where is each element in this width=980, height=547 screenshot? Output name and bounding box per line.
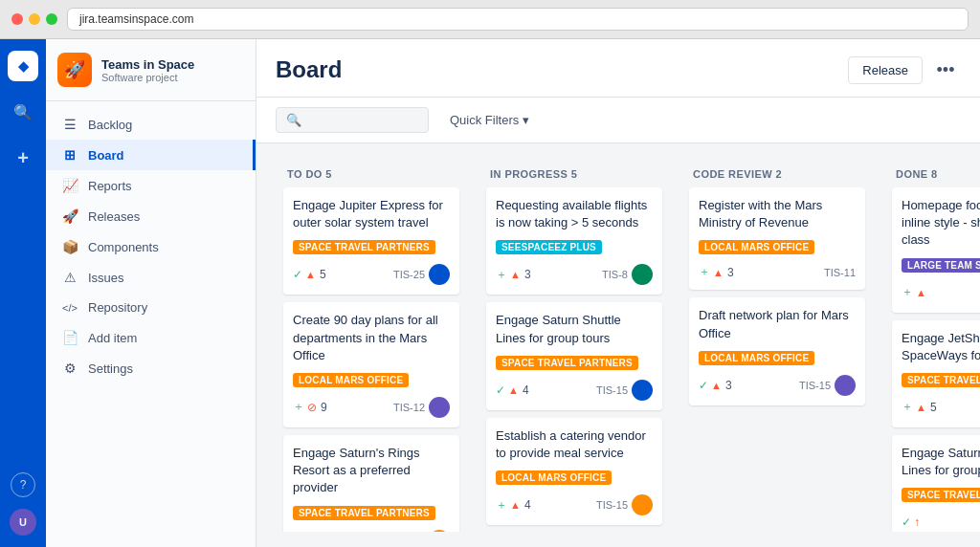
backlog-icon: ☰	[61, 117, 78, 132]
card[interactable]: Draft network plan for Mars OfficeLOCAL …	[689, 297, 865, 405]
card-title: Establish a catering vendor to provide m…	[496, 427, 653, 462]
search-icon: 🔍	[286, 113, 301, 127]
sidebar: 🚀 Teams in Space Software project ☰ Back…	[46, 39, 256, 547]
sidebar-item-label: Components	[88, 240, 159, 254]
card[interactable]: Engage Saturn's Rings Resort as a prefer…	[283, 435, 459, 532]
sidebar-item-issues[interactable]: ⚠ Issues	[46, 262, 256, 293]
card-avatar	[429, 397, 450, 418]
card-footer: ✓↑TIS-15	[902, 512, 980, 532]
check-icon: ✓	[496, 383, 505, 397]
sidebar-item-add-item[interactable]: 📄 Add item	[46, 322, 256, 353]
card-meta-right: TIS-25	[393, 264, 450, 285]
card-title: Engage Saturn Shuttle Lines for group to…	[496, 312, 653, 346]
app-logo[interactable]: ◆	[8, 51, 38, 81]
card-badge: SPACE TRAVEL PARTNERS	[496, 356, 638, 370]
card[interactable]: Create 90 day plans for all departments …	[283, 302, 459, 427]
card-badge: LOCAL MARS OFFICE	[496, 470, 612, 485]
sidebar-item-label: Settings	[88, 361, 133, 376]
card-meta-left: ✓▲4	[496, 383, 529, 397]
sidebar-item-releases[interactable]: 🚀 Releases	[46, 201, 256, 231]
minimize-button[interactable]	[29, 13, 40, 25]
priority-high-icon: ▲	[711, 380, 722, 391]
board-icon: ⊞	[61, 147, 78, 163]
column-cards-done: Homepage footer uses an inline style - s…	[884, 187, 980, 532]
card[interactable]: Engage Saturn Shuttle Lines for group to…	[486, 302, 662, 409]
sidebar-item-board[interactable]: ⊞ Board	[46, 140, 256, 170]
user-avatar[interactable]: U	[10, 509, 36, 536]
card-footer: ＋▲3TIS-11	[699, 264, 856, 280]
help-nav-icon[interactable]: ?	[11, 472, 35, 497]
app: ◆ 🔍 + ? U 🚀 Teams in Space Software proj…	[0, 39, 980, 547]
card-avatar	[632, 494, 653, 515]
card[interactable]: Engage JetShuttle SpaceWays for travelSP…	[892, 320, 980, 427]
search-box[interactable]: 🔍	[276, 107, 429, 133]
card[interactable]: Establish a catering vendor to provide m…	[486, 418, 662, 525]
arrow-icon: ↑	[914, 515, 920, 529]
traffic-lights	[11, 13, 57, 25]
card[interactable]: Engage Saturn Shuttle Lines for group to…	[892, 435, 980, 532]
sidebar-item-label: Board	[88, 148, 124, 163]
board-column-codereview: CODE REVIEW 2Register with the Mars Mini…	[681, 159, 873, 532]
quick-filters-chevron-icon: ▾	[523, 113, 529, 127]
card[interactable]: Engage Jupiter Express for outer solar s…	[283, 187, 459, 295]
card-id: TIS-25	[393, 269, 425, 280]
address-bar[interactable]: jira.teamsinspace.com	[67, 8, 969, 31]
project-name: Teams in Space	[101, 57, 194, 72]
card-badge: SPACE TRAVEL PARTNERS	[293, 506, 435, 520]
add-icon: ＋	[496, 497, 507, 514]
project-avatar: 🚀	[57, 53, 92, 87]
column-cards-inprogress: Requesting available flights is now taki…	[479, 187, 670, 532]
card-icons: ✓▲	[699, 379, 722, 392]
quick-filters-button[interactable]: Quick Filters ▾	[438, 107, 541, 133]
card-icons: ＋▲	[496, 497, 521, 514]
card-count: 4	[524, 498, 531, 512]
priority-high-icon: ▲	[916, 287, 926, 298]
card-count: 3	[725, 379, 732, 392]
sidebar-item-reports[interactable]: 📈 Reports	[46, 170, 256, 201]
card-icons: ＋▲	[902, 284, 926, 300]
card-icons: ＋▲	[699, 264, 724, 280]
sidebar-item-label: Add item	[88, 331, 137, 345]
sidebar-item-repository[interactable]: </> Repository	[46, 293, 256, 322]
column-cards-todo: Engage Jupiter Express for outer solar s…	[276, 187, 467, 532]
card[interactable]: Register with the Mars Ministry of Reven…	[689, 187, 865, 290]
project-header[interactable]: 🚀 Teams in Space Software project	[46, 39, 256, 101]
card-count: 9	[321, 401, 327, 414]
sidebar-item-label: Repository	[88, 300, 147, 315]
sidebar-item-settings[interactable]: ⚙ Settings	[46, 353, 256, 383]
create-nav-icon[interactable]: +	[8, 142, 38, 173]
card-title: Homepage footer uses an inline style - s…	[902, 197, 980, 250]
repository-icon: </>	[61, 302, 78, 314]
card-meta-left: ＋▲4	[496, 497, 531, 514]
card-avatar	[429, 264, 450, 285]
maximize-button[interactable]	[46, 13, 57, 25]
card-avatar	[429, 530, 450, 533]
sidebar-item-backlog[interactable]: ☰ Backlog	[46, 109, 256, 140]
card-icons: ＋⊘	[293, 399, 317, 415]
sidebar-item-components[interactable]: 📦 Components	[46, 231, 256, 262]
card-id: TIS-15	[596, 499, 628, 511]
block-icon: ⊘	[307, 401, 317, 414]
check-icon: ✓	[902, 515, 911, 529]
more-options-button[interactable]: •••	[930, 55, 961, 85]
card-meta-right: TIS-12	[393, 397, 450, 418]
close-button[interactable]	[11, 13, 23, 25]
card-badge: LOCAL MARS OFFICE	[293, 373, 409, 387]
column-header-done: DONE 8	[884, 159, 980, 187]
main-content: Board Release ••• 🔍 Quick Filters ▾ TO D…	[256, 39, 980, 547]
card[interactable]: Requesting available flights is now taki…	[486, 187, 662, 295]
card-meta-left: ＋▲	[902, 284, 926, 300]
nav-rail: ◆ 🔍 + ? U	[0, 39, 46, 547]
components-icon: 📦	[61, 239, 78, 254]
card-count: 3	[524, 268, 531, 281]
release-button[interactable]: Release	[848, 56, 923, 84]
column-header-todo: TO DO 5	[276, 159, 467, 187]
card[interactable]: Homepage footer uses an inline style - s…	[892, 187, 980, 313]
card-id: TIS-15	[596, 384, 628, 396]
settings-icon: ⚙	[61, 361, 78, 376]
search-nav-icon[interactable]: 🔍	[8, 97, 38, 127]
card-footer: ＋⊘9TIS-12	[293, 397, 450, 418]
card-avatar	[632, 380, 653, 401]
card-title: Engage Jupiter Express for outer solar s…	[293, 197, 450, 231]
card-count: 3	[727, 266, 734, 279]
